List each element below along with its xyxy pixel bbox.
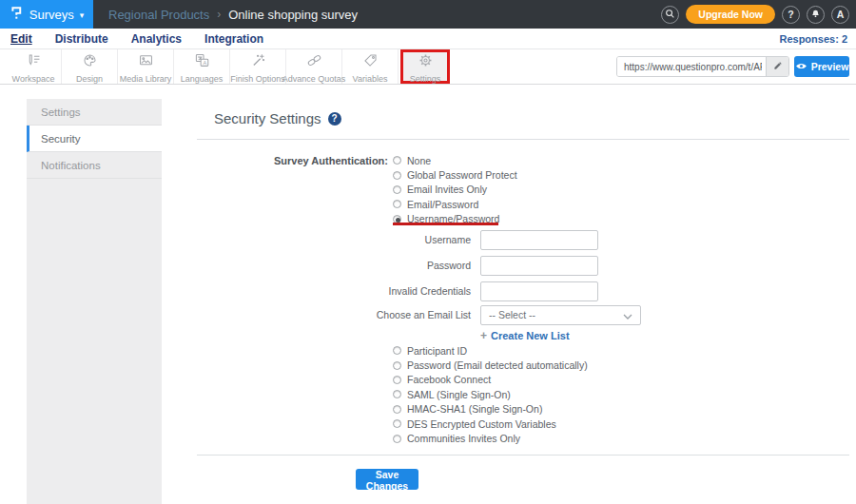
toolbar-design[interactable]: Design: [62, 49, 118, 84]
radio-hmac-sha1-sso[interactable]: HMAC-SHA1 (Single Sign-On): [393, 402, 588, 417]
palette-icon: [82, 52, 98, 72]
chain-links-icon: [306, 52, 322, 72]
toolbar-finish-options[interactable]: Finish Options: [230, 49, 286, 84]
tag-icon: [362, 52, 379, 72]
notifications-button[interactable]: [807, 6, 825, 24]
annotation-red-box: Settings: [400, 49, 450, 84]
help-button[interactable]: ?: [782, 6, 800, 24]
pencil-icon: [772, 58, 783, 75]
radio-icon: [393, 200, 401, 208]
breadcrumb: Regional Products › Online shopping surv…: [108, 8, 358, 22]
edit-url-button[interactable]: [766, 57, 788, 76]
breadcrumb-separator-icon: ›: [217, 8, 221, 21]
image-icon: [138, 52, 154, 72]
security-settings-panel: Security Settings ? Survey Authenticatio…: [162, 85, 856, 504]
username-label: Username: [162, 234, 471, 245]
radio-saml-sso[interactable]: SAML (Single Sign-On): [393, 387, 588, 401]
workspace-icon: [26, 52, 42, 72]
survey-url-box: [616, 56, 789, 77]
radio-facebook-connect[interactable]: Facebook Connect: [393, 373, 588, 387]
toolbar-advance-quotas[interactable]: Advance Quotas: [286, 49, 342, 84]
sidebar-item-security[interactable]: Security: [27, 126, 162, 152]
divider-bottom: [197, 455, 849, 456]
tab-integration[interactable]: Integration: [204, 32, 263, 46]
product-name: Surveys: [29, 8, 74, 22]
radio-icon: [393, 171, 401, 180]
save-changes-button[interactable]: Save Changes: [356, 469, 418, 490]
toolbar-settings[interactable]: Settings: [403, 52, 447, 81]
translate-icon: A: [194, 52, 210, 72]
radio-icon: [393, 376, 401, 384]
email-list-label: Choose an Email List: [162, 309, 471, 320]
search-button[interactable]: [661, 6, 679, 24]
radio-icon: [393, 185, 401, 194]
svg-text:A: A: [203, 59, 206, 65]
radio-des-encrypted-custom-variables[interactable]: DES Encrypted Custom Variables: [393, 417, 588, 431]
username-row: Username: [162, 229, 598, 250]
gear-icon: [418, 52, 434, 72]
radio-icon: [393, 156, 401, 165]
content-area: Settings Security Notifications Security…: [0, 85, 856, 504]
help-icon: ?: [788, 9, 793, 20]
radio-icon: [393, 361, 401, 370]
radio-icon: [393, 346, 401, 355]
questionpro-logo-icon: [10, 5, 24, 25]
toolbar-variables[interactable]: Variables: [342, 49, 399, 84]
chevron-down-icon: ▾: [80, 10, 85, 20]
sidebar-item-settings[interactable]: Settings: [27, 99, 162, 126]
breadcrumb-folder[interactable]: Regional Products: [108, 8, 209, 22]
tab-distribute[interactable]: Distribute: [55, 32, 108, 46]
radio-password-email-detected[interactable]: Password (Email detected automatically): [393, 358, 588, 372]
password-label: Password: [162, 260, 471, 271]
page-title: Security Settings: [214, 110, 321, 126]
radio-icon: [393, 419, 401, 428]
email-list-select[interactable]: -- Select --: [480, 305, 641, 325]
surveys-menu[interactable]: Surveys ▾: [0, 0, 93, 29]
edit-toolbar: Workspace Design Media Library A: [0, 49, 856, 85]
email-list-row: Choose an Email List -- Select --: [162, 304, 641, 325]
radio-communities-invites-only[interactable]: Communities Invites Only: [393, 431, 588, 445]
radio-email-invites-only[interactable]: Email Invites Only: [393, 183, 517, 197]
invalid-credentials-label: Invalid Credentials: [162, 285, 471, 297]
toolbar-media-library[interactable]: Media Library: [118, 49, 174, 84]
create-new-list-link[interactable]: + Create New List: [480, 329, 570, 342]
radio-email-password[interactable]: Email/Password: [393, 197, 517, 211]
preview-button[interactable]: Preview: [794, 56, 849, 77]
password-input[interactable]: [480, 256, 598, 276]
responses-count[interactable]: Responses: 2: [779, 33, 847, 45]
survey-authentication-label: Survey Authentication:: [162, 155, 388, 166]
annotation-red-underline: [393, 223, 498, 225]
auth-options-bottom: Participant ID Password (Email detected …: [393, 343, 588, 446]
upgrade-now-button[interactable]: Upgrade Now: [686, 5, 775, 24]
invalid-credentials-input[interactable]: [480, 281, 598, 301]
radio-participant-id[interactable]: Participant ID: [393, 343, 588, 358]
radio-icon: [393, 390, 401, 398]
username-input[interactable]: [480, 230, 598, 250]
divider-top: [197, 139, 849, 140]
survey-url-input[interactable]: [617, 57, 766, 76]
top-bar: Surveys ▾ Regional Products › Online sho…: [0, 0, 856, 29]
tab-edit[interactable]: Edit: [10, 32, 32, 46]
avatar-initial: A: [837, 9, 845, 20]
bell-icon: [810, 9, 821, 21]
avatar[interactable]: A: [831, 6, 849, 24]
radio-none[interactable]: None: [393, 153, 517, 167]
search-icon: [665, 9, 675, 21]
breadcrumb-survey-title: Online shopping survey: [228, 8, 358, 22]
eye-icon: [795, 61, 807, 72]
magic-wand-icon: [250, 52, 266, 72]
toolbar-languages[interactable]: A Languages: [174, 49, 230, 84]
title-help-icon[interactable]: ?: [328, 112, 341, 126]
module-nav: Edit Distribute Analytics Integration Re…: [0, 29, 856, 49]
tab-analytics[interactable]: Analytics: [131, 32, 182, 46]
radio-icon: [393, 405, 401, 414]
settings-sidebar: Settings Security Notifications: [27, 99, 162, 504]
radio-global-password-protect[interactable]: Global Password Protect: [393, 167, 517, 182]
radio-icon: [393, 435, 401, 443]
topbar-actions: Upgrade Now ? A: [661, 0, 849, 29]
password-row: Password: [162, 255, 598, 276]
sidebar-item-notifications[interactable]: Notifications: [27, 152, 162, 179]
plus-icon: +: [480, 329, 487, 342]
toolbar-workspace[interactable]: Workspace: [6, 49, 62, 84]
invalid-credentials-row: Invalid Credentials: [162, 281, 598, 301]
